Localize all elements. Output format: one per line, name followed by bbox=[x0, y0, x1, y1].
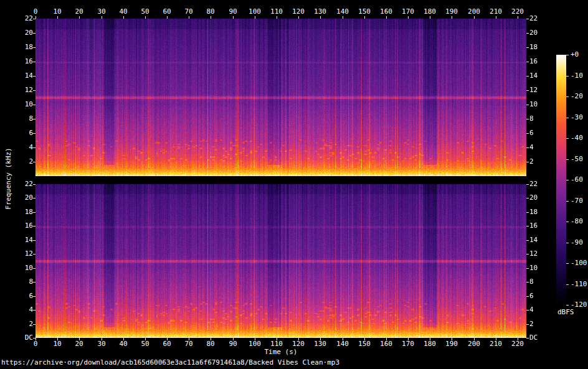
axis-tick bbox=[145, 16, 146, 19]
x-tick-label-top: 200 bbox=[464, 8, 484, 16]
axis-tick bbox=[408, 338, 409, 340]
axis-tick bbox=[526, 254, 529, 255]
axis-tick bbox=[526, 62, 529, 62]
axis-tick bbox=[566, 263, 569, 264]
axis-tick bbox=[566, 96, 569, 97]
x-tick-label-bottom: 200 bbox=[464, 340, 484, 348]
axis-tick bbox=[33, 268, 36, 269]
axis-tick bbox=[474, 338, 475, 340]
x-tick-label-top: 60 bbox=[157, 8, 177, 16]
x-tick-label-top: 150 bbox=[354, 8, 374, 16]
y-tick-label-right: 4 bbox=[529, 306, 547, 314]
axis-tick bbox=[33, 296, 36, 297]
y-tick-label-left: 4 bbox=[16, 306, 33, 314]
y-tick-label-right: 18 bbox=[529, 208, 547, 216]
y-tick-label-right: 16 bbox=[529, 222, 547, 230]
y-tick-label-right: 10 bbox=[529, 264, 547, 272]
y-tick-label-right: 12 bbox=[529, 86, 547, 94]
colorbar-tick-label: -90 bbox=[571, 239, 588, 246]
x-tick-label-top: 210 bbox=[486, 8, 506, 16]
x-tick-label-bottom: 10 bbox=[47, 340, 67, 348]
axis-tick bbox=[33, 162, 36, 162]
x-tick-label-bottom: 170 bbox=[398, 340, 418, 348]
axis-tick bbox=[526, 296, 529, 297]
axis-tick bbox=[566, 138, 569, 139]
axis-tick bbox=[33, 105, 36, 105]
axis-tick bbox=[145, 338, 146, 340]
axis-tick bbox=[33, 310, 36, 311]
axis-tick bbox=[211, 16, 211, 19]
y-tick-label-right: 22 bbox=[529, 180, 547, 188]
axis-tick bbox=[33, 226, 36, 227]
y-tick-label-right: 4 bbox=[529, 144, 547, 151]
x-tick-label-bottom: 60 bbox=[157, 340, 177, 348]
x-tick-label-bottom: 220 bbox=[508, 340, 528, 348]
axis-tick bbox=[386, 16, 387, 19]
x-tick-label-bottom: 100 bbox=[245, 340, 265, 348]
y-tick-label-right: 6 bbox=[529, 292, 547, 300]
axis-tick bbox=[452, 338, 452, 340]
x-tick-label-top: 20 bbox=[69, 8, 89, 16]
axis-tick bbox=[408, 16, 409, 19]
axis-tick bbox=[167, 338, 168, 340]
axis-tick bbox=[526, 119, 529, 119]
spectrogram-figure: Frequency (kHz) Time (s) dBFS https://ar… bbox=[0, 0, 588, 369]
axis-tick bbox=[233, 338, 234, 340]
colorbar-tick-label: -20 bbox=[571, 93, 588, 100]
colorbar-tick-label: -80 bbox=[571, 218, 588, 225]
y-tick-label-right: 8 bbox=[529, 278, 547, 286]
x-tick-label-top: 130 bbox=[310, 8, 330, 16]
axis-tick bbox=[33, 33, 36, 34]
axis-tick bbox=[566, 201, 569, 202]
x-tick-label-top: 170 bbox=[398, 8, 418, 16]
axis-tick bbox=[298, 16, 299, 19]
x-tick-label-bottom: 210 bbox=[486, 340, 506, 348]
colorbar-tick-label: -70 bbox=[571, 197, 588, 205]
axis-tick bbox=[526, 133, 529, 134]
y-tick-label-left: 6 bbox=[16, 129, 33, 137]
axis-tick bbox=[566, 305, 569, 306]
axis-tick bbox=[526, 310, 529, 311]
axis-tick bbox=[526, 33, 529, 34]
x-tick-label-bottom: 110 bbox=[267, 340, 287, 348]
axis-tick bbox=[320, 338, 321, 340]
y-tick-label-left: 2 bbox=[16, 158, 33, 166]
axis-tick bbox=[526, 47, 529, 48]
x-tick-label-bottom: 190 bbox=[442, 340, 462, 348]
y-tick-label-right: 14 bbox=[529, 72, 547, 80]
axis-tick bbox=[33, 62, 36, 62]
axis-tick bbox=[343, 16, 343, 19]
y-tick-label-right: 6 bbox=[529, 129, 547, 137]
axis-tick bbox=[189, 338, 189, 340]
colorbar-tick-label: -30 bbox=[571, 114, 588, 121]
x-tick-label-top: 40 bbox=[113, 8, 133, 16]
axis-tick bbox=[566, 243, 569, 243]
y-tick-label-right: DC bbox=[529, 334, 547, 342]
axis-tick bbox=[474, 16, 475, 19]
axis-tick bbox=[33, 133, 36, 134]
x-tick-label-top: 100 bbox=[245, 8, 265, 16]
x-tick-label-top: 10 bbox=[47, 8, 67, 16]
axis-tick bbox=[526, 324, 529, 325]
y-tick-label-left: 18 bbox=[16, 208, 33, 216]
y-tick-label-left: 12 bbox=[16, 86, 33, 94]
axis-tick bbox=[526, 162, 529, 162]
axis-tick bbox=[33, 240, 36, 241]
y-tick-label-left: 10 bbox=[16, 264, 33, 272]
x-tick-label-bottom: 40 bbox=[113, 340, 133, 348]
axis-tick bbox=[526, 198, 529, 199]
x-tick-label-top: 30 bbox=[92, 8, 111, 16]
y-tick-label-left: 14 bbox=[16, 236, 33, 244]
y-tick-label-left: 8 bbox=[16, 278, 33, 286]
axis-tick bbox=[33, 76, 36, 77]
axis-tick bbox=[211, 338, 211, 340]
axis-tick bbox=[526, 76, 529, 77]
axis-tick bbox=[496, 16, 496, 19]
axis-tick bbox=[255, 16, 255, 19]
axis-tick bbox=[277, 16, 277, 19]
x-tick-label-top: 80 bbox=[201, 8, 220, 16]
axis-tick bbox=[343, 338, 343, 340]
x-tick-label-bottom: 120 bbox=[288, 340, 308, 348]
axis-tick bbox=[526, 282, 529, 283]
y-tick-label-left: 14 bbox=[16, 72, 33, 80]
